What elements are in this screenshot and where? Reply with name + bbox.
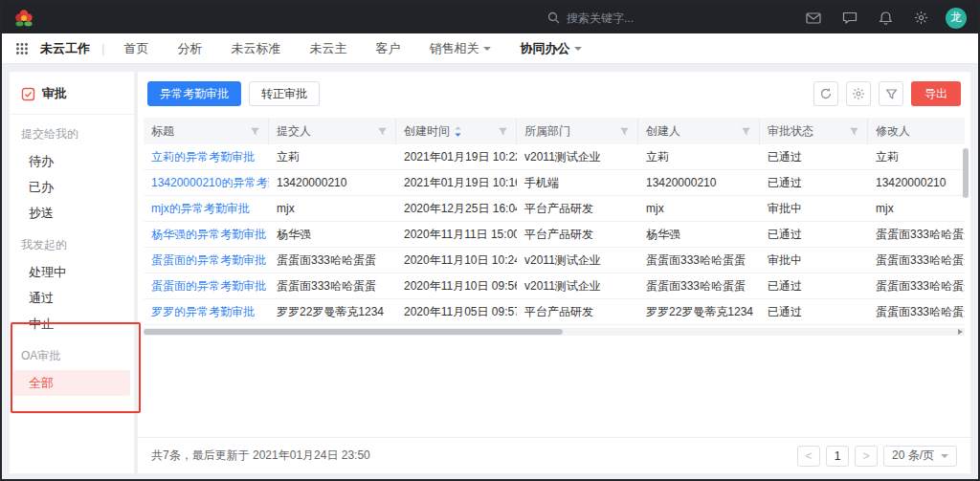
column-header-approval-status[interactable]: 审批状态 [760, 118, 868, 144]
cell-created: 2020年11月10日 10:24 [396, 252, 517, 269]
nav-item-analysis[interactable]: 分析 [177, 40, 202, 57]
chevron-down-icon [483, 47, 491, 51]
app-title: 未云工作 [40, 40, 90, 57]
table-header: 标题提交人创建时间所属部门创建人审批状态修改人 [144, 118, 965, 144]
table-row[interactable]: 立莉的异常考勤审批立莉2021年01月19日 10:22v2011测试企业立莉已… [144, 144, 965, 170]
app-window: 龙 未云工作 | 首页分析未云标准未云主客户销售相关协同办公 审批 提交给我的待… [0, 0, 980, 481]
cell-title[interactable]: 蛋蛋面的异常考勤审批 [144, 252, 269, 269]
bell-icon[interactable] [879, 11, 893, 26]
app-grid-icon[interactable] [15, 42, 29, 55]
tab-regularization-approval[interactable]: 转正审批 [249, 81, 320, 106]
column-header-submitter[interactable]: 提交人 [269, 118, 396, 144]
cell-department: 平台产品研发 [517, 201, 638, 217]
filter-icon[interactable] [377, 126, 388, 137]
column-label: 修改人 [876, 123, 910, 140]
export-button[interactable]: 导出 [911, 81, 961, 106]
nav-item-weiyun-standard[interactable]: 未云标准 [231, 40, 280, 57]
settings-button[interactable] [846, 81, 871, 106]
cell-status: 审批中 [760, 252, 868, 269]
filter-icon[interactable] [741, 126, 751, 137]
sidebar-item-todo[interactable]: 待办 [10, 148, 134, 174]
filter-icon[interactable] [849, 126, 859, 137]
cell-title[interactable]: 13420000210的异常考勤审批 [144, 175, 269, 191]
table-row[interactable]: mjx的异常考勤审批mjx2020年12月25日 16:04平台产品研发mjx审… [144, 196, 965, 222]
toolbar: 异常考勤审批转正审批 导出 [138, 72, 970, 114]
scroll-right-arrow-icon[interactable] [958, 329, 963, 335]
cell-created: 2020年11月11日 15:00 [396, 227, 517, 243]
sidebar-item-processing[interactable]: 处理中 [10, 259, 134, 285]
cell-submitter: 杨华强 [269, 227, 396, 243]
tab-abnormal-attendance-approval[interactable]: 异常考勤审批 [147, 81, 241, 106]
column-label: 创建时间 [404, 123, 462, 140]
column-header-modifier[interactable]: 修改人 [868, 118, 965, 144]
user-avatar[interactable]: 龙 [946, 8, 967, 29]
column-label: 所属部门 [524, 123, 570, 140]
table-row[interactable]: 蛋蛋面的异常考勤审批蛋蛋面333哈哈蛋蛋2020年11月10日 09:56v20… [144, 273, 965, 299]
sidebar-item-all[interactable]: 全部 [13, 370, 130, 396]
column-header-title[interactable]: 标题 [144, 118, 269, 144]
nav-separator: | [101, 41, 104, 55]
cell-status: 已通过 [760, 175, 868, 191]
topbar-icons [806, 11, 928, 26]
cell-title[interactable]: mjx的异常考勤审批 [144, 201, 269, 217]
cell-department: v2011测试企业 [517, 252, 638, 269]
column-header-department[interactable]: 所属部门 [517, 118, 638, 144]
search-input[interactable] [567, 11, 701, 25]
cell-title[interactable]: 罗罗的异常考勤审批 [144, 304, 269, 320]
cell-title[interactable]: 立莉的异常考勤审批 [144, 149, 269, 165]
sidebar-section-label-submitted-to-me: 提交给我的 [10, 115, 134, 148]
nav-item-home[interactable]: 首页 [123, 40, 148, 57]
cell-modifier: 蛋蛋面333哈哈蛋蛋 [868, 227, 965, 243]
app-logo-icon[interactable] [13, 8, 34, 29]
next-page-button[interactable]: > [855, 446, 878, 467]
page-number[interactable]: 1 [826, 446, 849, 467]
cell-modifier: 蛋蛋面333哈哈蛋蛋 [868, 278, 965, 295]
nav-item-customer[interactable]: 客户 [375, 40, 400, 57]
vertical-scrollbar[interactable] [963, 148, 969, 198]
nav-item-collaboration[interactable]: 协同办公 [520, 40, 582, 57]
global-search[interactable] [547, 11, 701, 25]
page-size-select[interactable]: 20 条/页 [883, 446, 957, 467]
cell-status: 已通过 [760, 304, 868, 320]
prev-page-button[interactable]: < [797, 446, 820, 467]
filter-icon[interactable] [619, 126, 630, 137]
cell-modifier: mjx [868, 202, 965, 215]
cell-submitter: 立莉 [269, 149, 396, 165]
table-row[interactable]: 罗罗的异常考勤审批罗罗22罗曼蒂克12342020年11月05日 09:57平台… [144, 299, 965, 325]
cell-modifier: 立莉 [868, 149, 965, 165]
horizontal-scrollbar-thumb[interactable] [144, 329, 563, 335]
table-row[interactable]: 13420000210的异常考勤审批134200002102021年01月19日… [144, 170, 965, 196]
sidebar-item-passed[interactable]: 通过 [10, 285, 134, 311]
mail-icon[interactable] [806, 11, 821, 25]
column-header-creator[interactable]: 创建人 [638, 118, 760, 144]
sidebar-title: 审批 [10, 72, 134, 115]
toolbar-actions: 导出 [813, 81, 961, 106]
sidebar-item-terminated[interactable]: 中止 [10, 311, 134, 337]
sidebar-item-done[interactable]: 已办 [10, 174, 134, 200]
filter-icon[interactable] [498, 126, 508, 137]
refresh-button[interactable] [813, 81, 838, 106]
cell-status: 已通过 [760, 149, 868, 165]
gear-icon[interactable] [914, 11, 928, 25]
pagination: < 1 > 20 条/页 [797, 446, 957, 467]
cell-created: 2020年11月10日 09:56 [396, 278, 517, 295]
nav-item-weiyun-main[interactable]: 未云主 [309, 40, 346, 57]
cell-title[interactable]: 蛋蛋面的异常考勤审批 [144, 278, 269, 295]
column-header-created-time[interactable]: 创建时间 [396, 118, 517, 144]
horizontal-scrollbar[interactable] [144, 328, 965, 336]
cell-creator: 蛋蛋面333哈哈蛋蛋 [638, 278, 760, 295]
table-row[interactable]: 杨华强的异常考勤审批杨华强2020年11月11日 15:00平台产品研发杨华强已… [144, 222, 965, 248]
filter-button[interactable] [879, 81, 903, 106]
sort-icon[interactable] [454, 125, 462, 138]
filter-icon[interactable] [250, 126, 260, 137]
chevron-down-icon [574, 47, 582, 51]
sidebar-item-cc[interactable]: 抄送 [10, 200, 134, 226]
content-area: 审批 提交给我的待办已办抄送我发起的处理中通过中止OA审批全部 异常考勤审批转正… [2, 64, 978, 479]
column-label: 审批状态 [768, 123, 813, 140]
chat-icon[interactable] [842, 11, 858, 25]
cell-title[interactable]: 杨华强的异常考勤审批 [144, 227, 269, 243]
table-row[interactable]: 蛋蛋面的异常考勤审批蛋蛋面333哈哈蛋蛋2020年11月10日 10:24v20… [144, 248, 965, 273]
nav-item-sales-related[interactable]: 销售相关 [429, 40, 491, 57]
cell-status: 已通过 [760, 227, 868, 243]
cell-submitter: 蛋蛋面333哈哈蛋蛋 [269, 252, 396, 269]
